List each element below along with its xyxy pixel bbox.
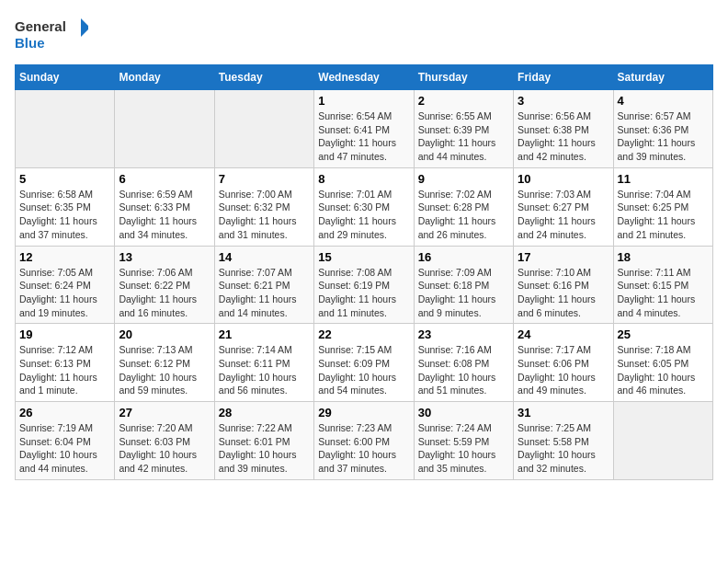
weekday-header-sunday: Sunday bbox=[16, 65, 115, 90]
day-info: Sunrise: 6:58 AM Sunset: 6:35 PM Dayligh… bbox=[19, 188, 110, 242]
day-number: 15 bbox=[318, 250, 409, 264]
day-info: Sunrise: 7:25 AM Sunset: 5:58 PM Dayligh… bbox=[518, 421, 609, 476]
calendar-cell: 19Sunrise: 7:12 AM Sunset: 6:13 PM Dayli… bbox=[16, 324, 115, 402]
day-number: 17 bbox=[518, 250, 609, 264]
calendar-cell: 4Sunrise: 6:57 AM Sunset: 6:36 PM Daylig… bbox=[613, 90, 712, 168]
day-info: Sunrise: 7:01 AM Sunset: 6:30 PM Dayligh… bbox=[318, 188, 409, 242]
page-header: General Blue bbox=[15, 15, 713, 55]
day-info: Sunrise: 7:18 AM Sunset: 6:05 PM Dayligh… bbox=[618, 343, 709, 397]
day-number: 19 bbox=[19, 327, 110, 341]
day-info: Sunrise: 6:56 AM Sunset: 6:38 PM Dayligh… bbox=[518, 109, 609, 164]
calendar-cell: 16Sunrise: 7:09 AM Sunset: 6:18 PM Dayli… bbox=[414, 246, 513, 324]
calendar-cell: 12Sunrise: 7:05 AM Sunset: 6:24 PM Dayli… bbox=[16, 246, 115, 324]
calendar-cell: 28Sunrise: 7:22 AM Sunset: 6:01 PM Dayli… bbox=[214, 402, 313, 480]
calendar-cell: 31Sunrise: 7:25 AM Sunset: 5:58 PM Dayli… bbox=[514, 402, 613, 480]
calendar-cell bbox=[115, 90, 214, 168]
calendar-cell bbox=[613, 402, 712, 480]
day-number: 14 bbox=[219, 250, 310, 264]
day-number: 30 bbox=[418, 406, 509, 419]
day-info: Sunrise: 7:03 AM Sunset: 6:27 PM Dayligh… bbox=[518, 188, 609, 242]
calendar-cell: 29Sunrise: 7:23 AM Sunset: 6:00 PM Dayli… bbox=[314, 402, 414, 480]
day-number: 1 bbox=[318, 94, 409, 108]
weekday-header-wednesday: Wednesday bbox=[314, 65, 414, 90]
day-info: Sunrise: 7:24 AM Sunset: 5:59 PM Dayligh… bbox=[418, 421, 509, 476]
weekday-header-friday: Friday bbox=[514, 65, 613, 90]
day-number: 24 bbox=[518, 327, 609, 341]
calendar-cell: 14Sunrise: 7:07 AM Sunset: 6:21 PM Dayli… bbox=[214, 246, 313, 324]
calendar-cell: 30Sunrise: 7:24 AM Sunset: 5:59 PM Dayli… bbox=[414, 402, 513, 480]
calendar-cell: 22Sunrise: 7:15 AM Sunset: 6:09 PM Dayli… bbox=[314, 324, 414, 402]
day-info: Sunrise: 7:07 AM Sunset: 6:21 PM Dayligh… bbox=[219, 266, 310, 320]
day-info: Sunrise: 6:54 AM Sunset: 6:41 PM Dayligh… bbox=[318, 109, 409, 164]
day-info: Sunrise: 7:13 AM Sunset: 6:12 PM Dayligh… bbox=[119, 343, 210, 397]
calendar-cell: 21Sunrise: 7:14 AM Sunset: 6:11 PM Dayli… bbox=[214, 324, 313, 402]
day-info: Sunrise: 7:11 AM Sunset: 6:15 PM Dayligh… bbox=[618, 266, 709, 320]
day-number: 12 bbox=[19, 250, 110, 264]
calendar-cell: 25Sunrise: 7:18 AM Sunset: 6:05 PM Dayli… bbox=[613, 324, 712, 402]
calendar-cell: 23Sunrise: 7:16 AM Sunset: 6:08 PM Dayli… bbox=[414, 324, 513, 402]
day-info: Sunrise: 7:19 AM Sunset: 6:04 PM Dayligh… bbox=[19, 421, 110, 476]
day-number: 5 bbox=[19, 172, 110, 186]
weekday-header-monday: Monday bbox=[115, 65, 214, 90]
calendar-cell: 2Sunrise: 6:55 AM Sunset: 6:39 PM Daylig… bbox=[414, 90, 513, 168]
day-info: Sunrise: 6:55 AM Sunset: 6:39 PM Dayligh… bbox=[418, 109, 509, 164]
calendar-table: SundayMondayTuesdayWednesdayThursdayFrid… bbox=[15, 64, 713, 480]
day-number: 22 bbox=[318, 327, 409, 341]
svg-marker-2 bbox=[81, 18, 88, 37]
day-info: Sunrise: 7:23 AM Sunset: 6:00 PM Dayligh… bbox=[318, 421, 409, 476]
weekday-header-saturday: Saturday bbox=[613, 65, 712, 90]
calendar-cell: 5Sunrise: 6:58 AM Sunset: 6:35 PM Daylig… bbox=[16, 167, 115, 246]
calendar-cell: 9Sunrise: 7:02 AM Sunset: 6:28 PM Daylig… bbox=[414, 167, 513, 246]
day-number: 29 bbox=[318, 406, 409, 419]
svg-text:Blue: Blue bbox=[15, 35, 45, 51]
day-number: 4 bbox=[618, 94, 709, 108]
calendar-week-4: 19Sunrise: 7:12 AM Sunset: 6:13 PM Dayli… bbox=[16, 324, 713, 402]
day-number: 26 bbox=[19, 406, 110, 419]
day-number: 11 bbox=[618, 172, 709, 186]
day-info: Sunrise: 7:22 AM Sunset: 6:01 PM Dayligh… bbox=[219, 421, 310, 476]
day-info: Sunrise: 7:16 AM Sunset: 6:08 PM Dayligh… bbox=[418, 343, 509, 397]
day-info: Sunrise: 7:14 AM Sunset: 6:11 PM Dayligh… bbox=[219, 343, 310, 397]
calendar-cell: 27Sunrise: 7:20 AM Sunset: 6:03 PM Dayli… bbox=[115, 402, 214, 480]
weekday-header-thursday: Thursday bbox=[414, 65, 513, 90]
day-number: 2 bbox=[418, 94, 509, 108]
day-info: Sunrise: 7:12 AM Sunset: 6:13 PM Dayligh… bbox=[19, 343, 110, 397]
calendar-cell: 24Sunrise: 7:17 AM Sunset: 6:06 PM Dayli… bbox=[514, 324, 613, 402]
day-info: Sunrise: 7:20 AM Sunset: 6:03 PM Dayligh… bbox=[119, 421, 210, 476]
calendar-cell: 20Sunrise: 7:13 AM Sunset: 6:12 PM Dayli… bbox=[115, 324, 214, 402]
day-number: 28 bbox=[219, 406, 310, 419]
calendar-cell: 13Sunrise: 7:06 AM Sunset: 6:22 PM Dayli… bbox=[115, 246, 214, 324]
calendar-cell: 3Sunrise: 6:56 AM Sunset: 6:38 PM Daylig… bbox=[514, 90, 613, 168]
calendar-cell bbox=[214, 90, 313, 168]
svg-text:General: General bbox=[15, 18, 66, 34]
day-number: 27 bbox=[119, 406, 210, 419]
day-number: 23 bbox=[418, 327, 509, 341]
day-number: 9 bbox=[418, 172, 509, 186]
weekday-header-row: SundayMondayTuesdayWednesdayThursdayFrid… bbox=[16, 65, 713, 90]
day-number: 3 bbox=[518, 94, 609, 108]
calendar-cell: 1Sunrise: 6:54 AM Sunset: 6:41 PM Daylig… bbox=[314, 90, 414, 168]
calendar-week-5: 26Sunrise: 7:19 AM Sunset: 6:04 PM Dayli… bbox=[16, 402, 713, 480]
calendar-cell: 17Sunrise: 7:10 AM Sunset: 6:16 PM Dayli… bbox=[514, 246, 613, 324]
calendar-cell: 15Sunrise: 7:08 AM Sunset: 6:19 PM Dayli… bbox=[314, 246, 414, 324]
logo-svg: General Blue bbox=[15, 15, 88, 55]
day-number: 13 bbox=[119, 250, 210, 264]
calendar-cell: 8Sunrise: 7:01 AM Sunset: 6:30 PM Daylig… bbox=[314, 167, 414, 246]
calendar-cell: 7Sunrise: 7:00 AM Sunset: 6:32 PM Daylig… bbox=[214, 167, 313, 246]
day-number: 18 bbox=[618, 250, 709, 264]
day-info: Sunrise: 7:04 AM Sunset: 6:25 PM Dayligh… bbox=[618, 188, 709, 242]
day-info: Sunrise: 7:17 AM Sunset: 6:06 PM Dayligh… bbox=[518, 343, 609, 397]
day-info: Sunrise: 7:06 AM Sunset: 6:22 PM Dayligh… bbox=[119, 266, 210, 320]
weekday-header-tuesday: Tuesday bbox=[214, 65, 313, 90]
calendar-cell: 6Sunrise: 6:59 AM Sunset: 6:33 PM Daylig… bbox=[115, 167, 214, 246]
day-info: Sunrise: 6:57 AM Sunset: 6:36 PM Dayligh… bbox=[618, 109, 709, 164]
calendar-week-2: 5Sunrise: 6:58 AM Sunset: 6:35 PM Daylig… bbox=[16, 167, 713, 246]
day-number: 8 bbox=[318, 172, 409, 186]
logo: General Blue bbox=[15, 15, 88, 55]
calendar-cell bbox=[16, 90, 115, 168]
day-number: 10 bbox=[518, 172, 609, 186]
day-number: 7 bbox=[219, 172, 310, 186]
day-info: Sunrise: 7:02 AM Sunset: 6:28 PM Dayligh… bbox=[418, 188, 509, 242]
day-info: Sunrise: 7:09 AM Sunset: 6:18 PM Dayligh… bbox=[418, 266, 509, 320]
day-number: 31 bbox=[518, 406, 609, 419]
